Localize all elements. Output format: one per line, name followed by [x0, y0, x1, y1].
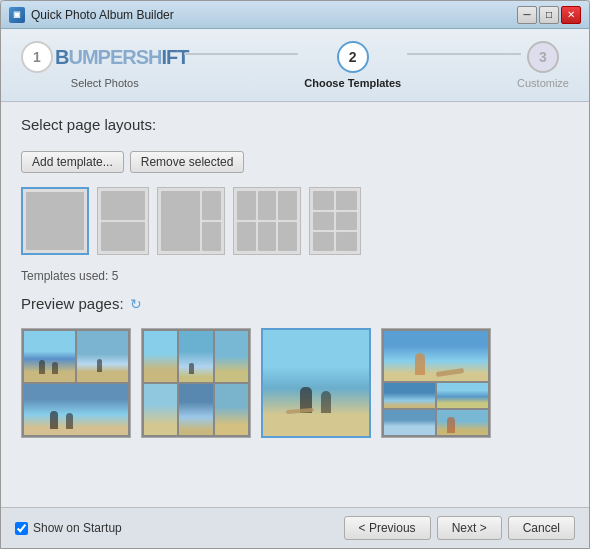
footer-buttons: < Previous Next > Cancel [344, 516, 575, 540]
window-title: Quick Photo Album Builder [31, 8, 517, 22]
main-content: Select page layouts: Add template... Rem… [1, 102, 589, 507]
next-button[interactable]: Next > [437, 516, 502, 540]
wizard-step-2: 2 Choose Templates [304, 41, 401, 89]
step-1-label: Select Photos [71, 77, 139, 89]
connector-1-2 [184, 53, 298, 55]
wizard-step-1: 1 BUMPERSHIFT Select Photos [21, 41, 188, 89]
wizard-header: 1 BUMPERSHIFT Select Photos 2 Choose Tem… [1, 29, 589, 102]
templates-row [21, 187, 569, 255]
add-template-button[interactable]: Add template... [21, 151, 124, 173]
template-thumb-3[interactable] [157, 187, 225, 255]
remove-selected-button[interactable]: Remove selected [130, 151, 245, 173]
template-thumb-4[interactable] [233, 187, 301, 255]
step-3-circle: 3 [527, 41, 559, 73]
step-2-label: Choose Templates [304, 77, 401, 89]
template-thumb-1[interactable] [21, 187, 89, 255]
preview-thumb-3[interactable] [261, 328, 371, 438]
show-startup-area: Show on Startup [15, 521, 344, 535]
previous-button[interactable]: < Previous [344, 516, 431, 540]
preview-thumb-1[interactable] [21, 328, 131, 438]
step-1-circle: 1 [21, 41, 53, 73]
window-controls: ─ □ ✕ [517, 6, 581, 24]
preview-thumb-2[interactable] [141, 328, 251, 438]
templates-count: Templates used: 5 [21, 269, 569, 283]
titlebar: ▣ Quick Photo Album Builder ─ □ ✕ [1, 1, 589, 29]
section-title: Select page layouts: [21, 116, 569, 133]
template-buttons: Add template... Remove selected [21, 151, 569, 173]
maximize-button[interactable]: □ [539, 6, 559, 24]
template-thumb-5[interactable] [309, 187, 361, 255]
connector-2-3 [407, 53, 521, 55]
template-thumb-2[interactable] [97, 187, 149, 255]
refresh-icon[interactable]: ↻ [130, 296, 142, 312]
preview-row [21, 328, 569, 438]
close-button[interactable]: ✕ [561, 6, 581, 24]
step-2-circle: 2 [337, 41, 369, 73]
step-3-label: Customize [517, 77, 569, 89]
cancel-button[interactable]: Cancel [508, 516, 575, 540]
preview-thumb-4[interactable] [381, 328, 491, 438]
show-startup-checkbox[interactable] [15, 522, 28, 535]
footer: Show on Startup < Previous Next > Cancel [1, 507, 589, 548]
preview-label: Preview pages: ↻ [21, 295, 569, 312]
main-window: ▣ Quick Photo Album Builder ─ □ ✕ 1 BUMP… [0, 0, 590, 549]
minimize-button[interactable]: ─ [517, 6, 537, 24]
logo-text: BUMPERSHIFT [55, 46, 188, 69]
wizard-step-3: 3 Customize [517, 41, 569, 89]
app-icon: ▣ [9, 7, 25, 23]
show-startup-label: Show on Startup [33, 521, 122, 535]
